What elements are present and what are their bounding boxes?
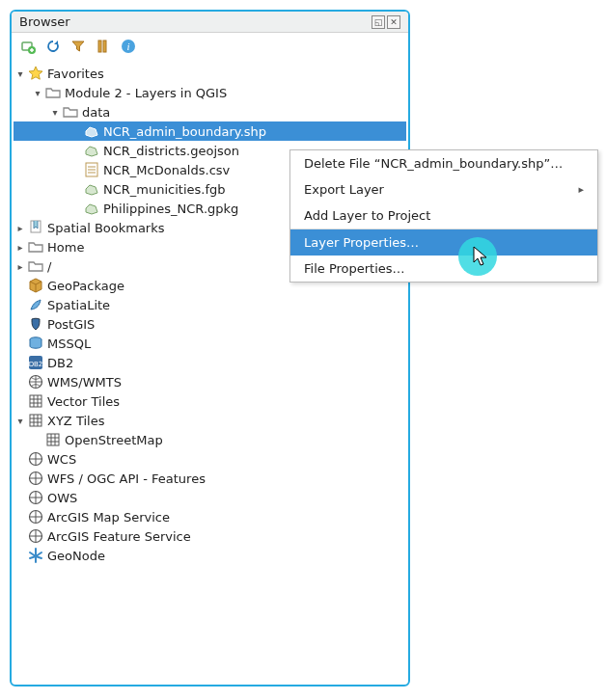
refresh-icon[interactable] — [44, 38, 62, 55]
tree-item-ows[interactable]: ▸ OWS — [14, 488, 406, 507]
mssql-icon — [27, 335, 44, 352]
tree-label: XYZ Tiles — [47, 414, 104, 428]
tree-item-arcgis-map[interactable]: ▸ ArcGIS Map Service — [14, 507, 406, 526]
menu-add-layer[interactable]: Add Layer to Project — [290, 202, 597, 229]
context-menu: Delete File “NCR_admin_boundary.shp”… Ex… — [289, 149, 598, 283]
folder-icon — [44, 84, 62, 101]
tree-label: NCR_municities.fgb — [103, 182, 226, 197]
menu-label: File Properties… — [304, 261, 405, 276]
svg-text:DB2: DB2 — [29, 361, 43, 368]
tree-item-favorites[interactable]: ▾ Favorites — [14, 64, 406, 83]
tree-item-arcgis-feature[interactable]: ▸ ArcGIS Feature Service — [14, 526, 406, 546]
tree-label: ArcGIS Feature Service — [47, 529, 191, 544]
tree-item-wcs[interactable]: ▸ WCS — [14, 449, 406, 469]
tree-label: NCR_admin_boundary.shp — [103, 124, 266, 139]
tree-label: Module 2 - Layers in QGIS — [65, 86, 227, 100]
tree-item-xyz[interactable]: ▾ XYZ Tiles — [14, 411, 406, 430]
grid-icon — [44, 431, 62, 448]
disclosure-triangle[interactable]: ▾ — [48, 107, 62, 118]
tree-label: OWS — [47, 491, 77, 505]
tree-item-file[interactable]: NCR_admin_boundary.shp — [14, 121, 406, 141]
folder-icon — [62, 103, 79, 121]
tree-item-vector-tiles[interactable]: ▸ Vector Tiles — [14, 391, 406, 411]
collapse-icon[interactable] — [95, 38, 112, 55]
svg-rect-12 — [30, 395, 41, 407]
tree-item-osm[interactable]: OpenStreetMap — [14, 430, 406, 449]
tree-item-wms[interactable]: ▸ WMS/WMTS — [14, 372, 406, 391]
svg-text:i: i — [126, 40, 129, 52]
tree-label: PostGIS — [47, 317, 95, 332]
postgis-icon — [27, 315, 44, 333]
menu-label: Layer Properties… — [304, 235, 419, 250]
menu-layer-properties[interactable]: Layer Properties… — [290, 229, 597, 256]
tree-item-mssql[interactable]: ▸ MSSQL — [14, 334, 406, 353]
submenu-arrow-icon: ▸ — [578, 183, 584, 196]
tree-label: MSSQL — [47, 337, 91, 351]
tree-item-data[interactable]: ▾ data — [14, 102, 406, 121]
grid-icon — [27, 392, 44, 410]
undock-button[interactable]: ◱ — [372, 15, 385, 29]
window-buttons: ◱ ✕ — [372, 15, 400, 29]
polygon-layer-icon — [83, 122, 100, 140]
bookmark-icon — [27, 219, 44, 236]
polygon-layer-icon — [83, 180, 100, 198]
menu-export-layer[interactable]: Export Layer ▸ — [290, 176, 597, 202]
tree-item-geonode[interactable]: ▸ GeoNode — [14, 546, 406, 565]
tree-label: ArcGIS Map Service — [47, 510, 170, 525]
tree-item-db2[interactable]: ▸ DB2 DB2 — [14, 353, 406, 372]
panel-header: Browser ◱ ✕ — [12, 12, 408, 33]
globe-icon — [27, 489, 44, 506]
globe-icon — [27, 470, 44, 487]
menu-label: Add Layer to Project — [304, 208, 430, 223]
disclosure-triangle[interactable]: ▾ — [14, 68, 27, 79]
tree-label: / — [47, 259, 51, 274]
add-layer-icon[interactable] — [19, 38, 37, 55]
polygon-layer-icon — [83, 142, 100, 159]
tree-label: Favorites — [47, 67, 104, 81]
disclosure-triangle[interactable]: ▸ — [14, 242, 27, 253]
svg-rect-3 — [103, 40, 106, 52]
tree-label: DB2 — [47, 356, 73, 370]
browser-panel: Browser ◱ ✕ i ▾ Favorites — [10, 10, 410, 687]
tree-item-wfs[interactable]: ▸ WFS / OGC API - Features — [14, 469, 406, 488]
tree-label: Philippines_NCR.gpkg — [103, 202, 238, 216]
grid-icon — [27, 412, 44, 429]
globe-icon — [27, 508, 44, 525]
geonode-icon — [27, 547, 44, 564]
tree-label: NCR_McDonalds.csv — [103, 163, 230, 177]
globe-icon — [27, 373, 44, 390]
tree-label: Vector Tiles — [47, 394, 120, 409]
tree-label: GeoPackage — [47, 279, 124, 293]
disclosure-triangle[interactable]: ▾ — [14, 416, 27, 426]
svg-rect-2 — [98, 40, 101, 52]
tree-item-spatialite[interactable]: ▸ SpatiaLite — [14, 295, 406, 314]
info-icon[interactable]: i — [120, 38, 137, 55]
geopackage-icon — [27, 277, 44, 294]
cursor-icon — [473, 246, 490, 269]
menu-delete-file[interactable]: Delete File “NCR_admin_boundary.shp”… — [290, 150, 597, 176]
disclosure-triangle[interactable]: ▸ — [14, 261, 27, 272]
tree-label: SpatiaLite — [47, 298, 110, 312]
tree-label: Spatial Bookmarks — [47, 221, 165, 235]
filter-icon[interactable] — [69, 38, 87, 55]
folder-icon — [27, 238, 44, 256]
tree-item-postgis[interactable]: ▸ PostGIS — [14, 314, 406, 334]
close-button[interactable]: ✕ — [387, 15, 400, 29]
tree-label: WMS/WMTS — [47, 375, 122, 390]
menu-label: Delete File “NCR_admin_boundary.shp”… — [304, 156, 563, 171]
disclosure-triangle[interactable]: ▾ — [31, 88, 44, 98]
spatialite-icon — [27, 296, 44, 313]
geopackage-layer-icon — [83, 200, 100, 217]
globe-icon — [27, 527, 44, 545]
svg-rect-13 — [30, 415, 41, 426]
tree-label: data — [82, 105, 110, 120]
tree-item-module[interactable]: ▾ Module 2 - Layers in QGIS — [14, 83, 406, 102]
tree-label: OpenStreetMap — [65, 433, 163, 447]
tree-label: NCR_districts.geojson — [103, 144, 239, 158]
tree-label: WFS / OGC API - Features — [47, 471, 206, 486]
panel-title: Browser — [19, 14, 372, 29]
menu-file-properties[interactable]: File Properties… — [290, 256, 597, 282]
star-icon — [27, 65, 44, 82]
tree-label: WCS — [47, 452, 76, 467]
disclosure-triangle[interactable]: ▸ — [14, 223, 27, 233]
